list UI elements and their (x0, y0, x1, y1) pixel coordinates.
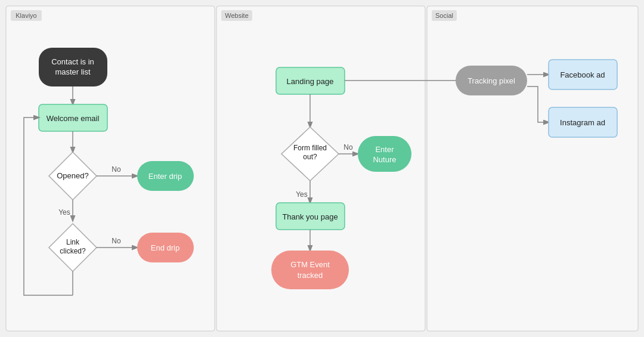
end-drip-node: End drip (151, 243, 179, 252)
svg-text:Yes: Yes (58, 208, 70, 217)
svg-rect-2 (427, 6, 638, 331)
svg-rect-34 (271, 251, 349, 289)
facebook-ad-node: Facebook ad (560, 70, 605, 79)
instagram-ad-node: Instagram ad (560, 118, 605, 127)
svg-text:Link: Link (66, 238, 80, 246)
gtm-event-node: GTM Event (290, 260, 330, 269)
landing-page-node: Landing page (287, 77, 334, 86)
svg-text:tracked: tracked (298, 271, 323, 280)
thank-you-node: Thank you page (282, 212, 338, 221)
contact-node: Contact is in (51, 57, 94, 66)
svg-text:Opened?: Opened? (57, 171, 89, 180)
svg-text:Yes: Yes (296, 190, 308, 199)
svg-text:No: No (112, 237, 121, 245)
welcome-node: Welcome email (47, 114, 100, 123)
diagram-svg: Klaviyo Website Social Contact is in mas… (0, 0, 644, 337)
website-label: Website (225, 12, 249, 19)
svg-text:No: No (112, 165, 121, 174)
svg-rect-28 (358, 136, 411, 172)
svg-text:Form filled: Form filled (293, 144, 327, 152)
enter-nuture-node: Enter (375, 145, 394, 154)
enter-drip-node: Enter drip (148, 172, 182, 181)
diagram: Klaviyo Website Social Contact is in mas… (0, 0, 644, 337)
svg-text:Nuture: Nuture (373, 155, 396, 164)
svg-text:clicked?: clicked? (60, 247, 86, 255)
svg-text:No: No (343, 143, 353, 152)
klaviyo-label: Klaviyo (16, 12, 36, 19)
svg-text:out?: out? (303, 153, 317, 161)
tracking-pixel-node: Tracking pixel (467, 76, 515, 85)
svg-text:master list: master list (55, 67, 91, 76)
social-label: Social (435, 12, 453, 19)
